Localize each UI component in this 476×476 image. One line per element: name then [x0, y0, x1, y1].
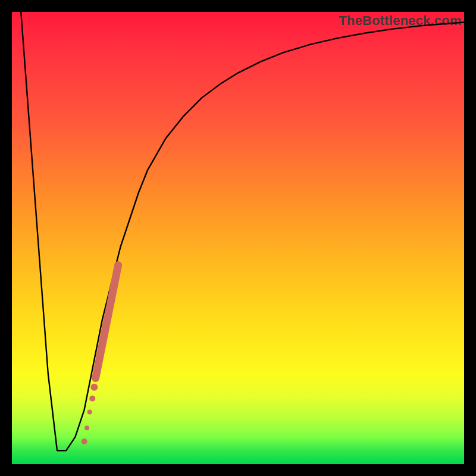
highlight-dot: [84, 425, 89, 430]
highlight-dot: [89, 396, 95, 402]
curve-svg: [12, 12, 464, 464]
chart-frame: TheBottleneck.com: [0, 0, 476, 476]
highlight-thick-segment: [96, 265, 118, 378]
highlight-dot: [82, 439, 87, 444]
highlight-markers: [82, 265, 118, 444]
highlight-dot: [90, 384, 98, 391]
plot-area: TheBottleneck.com: [12, 12, 464, 464]
curve-path: [21, 12, 464, 450]
bottleneck-curve: [21, 12, 464, 450]
highlight-dot: [87, 410, 92, 415]
